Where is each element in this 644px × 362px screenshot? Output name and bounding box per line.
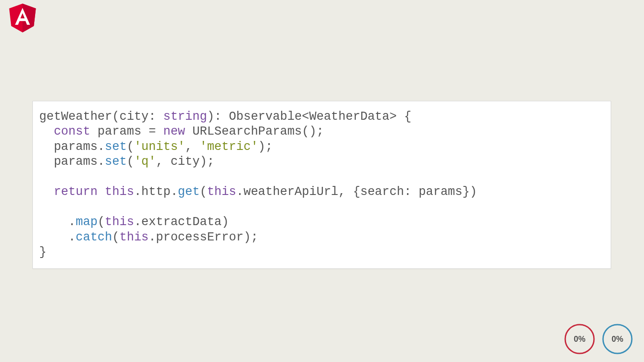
progress-ring-red: 0% [564,323,595,355]
progress-ring-blue: 0% [602,323,633,355]
angular-logo [9,4,36,32]
svg-point-2 [565,325,594,353]
svg-point-3 [603,325,632,353]
code-block: getWeather(city: string): Observable<Wea… [32,101,611,269]
